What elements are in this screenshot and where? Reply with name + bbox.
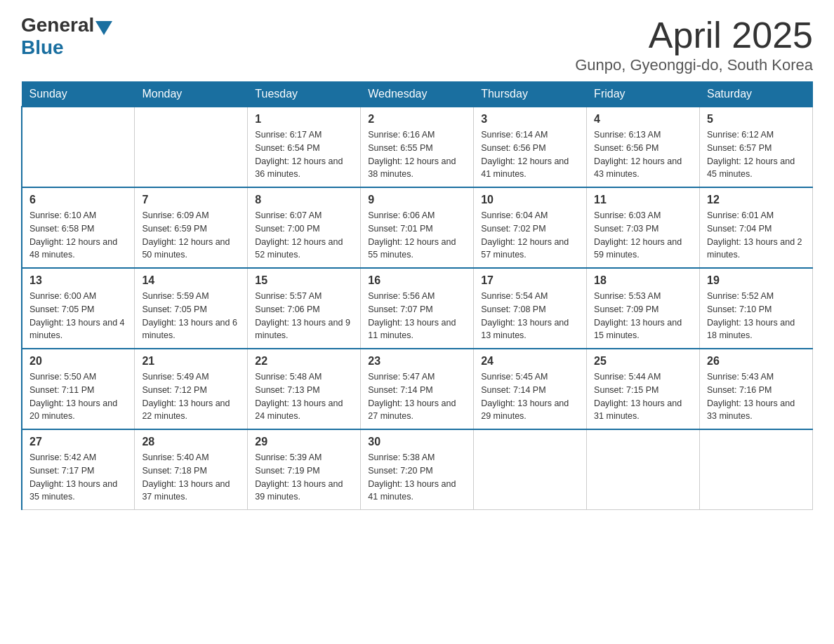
day-number: 16 xyxy=(368,274,466,287)
day-info: Sunrise: 6:10 AMSunset: 6:58 PMDaylight:… xyxy=(29,209,127,262)
day-info: Sunrise: 5:50 AMSunset: 7:11 PMDaylight:… xyxy=(29,370,127,423)
calendar-cell: 17Sunrise: 5:54 AMSunset: 7:08 PMDayligh… xyxy=(474,268,587,349)
day-number: 20 xyxy=(29,355,127,368)
day-info: Sunrise: 6:12 AMSunset: 6:57 PMDaylight:… xyxy=(707,128,805,181)
logo: General Blue xyxy=(21,14,114,59)
day-info: Sunrise: 5:47 AMSunset: 7:14 PMDaylight:… xyxy=(368,370,466,423)
calendar-cell: 16Sunrise: 5:56 AMSunset: 7:07 PMDayligh… xyxy=(361,268,474,349)
calendar-cell: 9Sunrise: 6:06 AMSunset: 7:01 PMDaylight… xyxy=(361,187,474,268)
logo-general-text: General xyxy=(21,14,94,36)
day-header-thursday: Thursday xyxy=(474,82,587,107)
day-number: 6 xyxy=(29,194,127,206)
calendar-cell: 3Sunrise: 6:14 AMSunset: 6:56 PMDaylight… xyxy=(474,107,587,187)
calendar-cell: 21Sunrise: 5:49 AMSunset: 7:12 PMDayligh… xyxy=(135,349,248,429)
calendar-cell: 6Sunrise: 6:10 AMSunset: 6:58 PMDaylight… xyxy=(22,187,135,268)
calendar-cell: 12Sunrise: 6:01 AMSunset: 7:04 PMDayligh… xyxy=(700,187,813,268)
calendar-cell xyxy=(474,429,587,510)
day-number: 8 xyxy=(255,194,353,206)
day-number: 17 xyxy=(481,274,579,287)
day-info: Sunrise: 5:43 AMSunset: 7:16 PMDaylight:… xyxy=(707,370,805,423)
day-info: Sunrise: 5:57 AMSunset: 7:06 PMDaylight:… xyxy=(255,290,353,342)
day-number: 25 xyxy=(594,355,692,368)
day-number: 5 xyxy=(707,113,805,126)
day-info: Sunrise: 5:49 AMSunset: 7:12 PMDaylight:… xyxy=(142,370,240,423)
day-number: 4 xyxy=(594,113,692,126)
day-info: Sunrise: 6:00 AMSunset: 7:05 PMDaylight:… xyxy=(29,290,127,342)
calendar-cell: 11Sunrise: 6:03 AMSunset: 7:03 PMDayligh… xyxy=(587,187,700,268)
day-info: Sunrise: 6:13 AMSunset: 6:56 PMDaylight:… xyxy=(594,128,692,181)
day-info: Sunrise: 6:16 AMSunset: 6:55 PMDaylight:… xyxy=(368,128,466,181)
day-number: 13 xyxy=(29,274,127,287)
calendar-cell xyxy=(700,429,813,510)
calendar-cell: 19Sunrise: 5:52 AMSunset: 7:10 PMDayligh… xyxy=(700,268,813,349)
day-info: Sunrise: 5:52 AMSunset: 7:10 PMDaylight:… xyxy=(707,290,805,342)
day-info: Sunrise: 6:14 AMSunset: 6:56 PMDaylight:… xyxy=(481,128,579,181)
calendar-cell: 13Sunrise: 6:00 AMSunset: 7:05 PMDayligh… xyxy=(22,268,135,349)
calendar-cell: 14Sunrise: 5:59 AMSunset: 7:05 PMDayligh… xyxy=(135,268,248,349)
day-number: 21 xyxy=(142,355,240,368)
day-info: Sunrise: 5:42 AMSunset: 7:17 PMDaylight:… xyxy=(29,451,127,504)
day-number: 22 xyxy=(255,355,353,368)
day-header-saturday: Saturday xyxy=(700,82,813,107)
calendar-cell: 7Sunrise: 6:09 AMSunset: 6:59 PMDaylight… xyxy=(135,187,248,268)
page-header: General Blue April 2025 Gunpo, Gyeonggi-… xyxy=(21,14,813,74)
day-info: Sunrise: 6:04 AMSunset: 7:02 PMDaylight:… xyxy=(481,209,579,262)
calendar-cell: 2Sunrise: 6:16 AMSunset: 6:55 PMDaylight… xyxy=(361,107,474,187)
day-number: 1 xyxy=(255,113,353,126)
day-info: Sunrise: 6:17 AMSunset: 6:54 PMDaylight:… xyxy=(255,128,353,181)
day-number: 2 xyxy=(368,113,466,126)
logo-blue-text: Blue xyxy=(21,36,64,59)
day-info: Sunrise: 5:54 AMSunset: 7:08 PMDaylight:… xyxy=(481,290,579,342)
calendar-cell: 24Sunrise: 5:45 AMSunset: 7:14 PMDayligh… xyxy=(474,349,587,429)
calendar-cell xyxy=(587,429,700,510)
day-info: Sunrise: 6:06 AMSunset: 7:01 PMDaylight:… xyxy=(368,209,466,262)
day-number: 15 xyxy=(255,274,353,287)
calendar-cell: 4Sunrise: 6:13 AMSunset: 6:56 PMDaylight… xyxy=(587,107,700,187)
day-number: 11 xyxy=(594,194,692,206)
day-number: 10 xyxy=(481,194,579,206)
logo-triangle-icon xyxy=(95,21,112,35)
day-header-friday: Friday xyxy=(587,82,700,107)
day-number: 26 xyxy=(707,355,805,368)
day-number: 12 xyxy=(707,194,805,206)
calendar-table: SundayMondayTuesdayWednesdayThursdayFrid… xyxy=(21,81,813,510)
day-number: 28 xyxy=(142,436,240,448)
calendar-cell: 10Sunrise: 6:04 AMSunset: 7:02 PMDayligh… xyxy=(474,187,587,268)
title-section: April 2025 Gunpo, Gyeonggi-do, South Kor… xyxy=(575,14,813,74)
day-info: Sunrise: 5:38 AMSunset: 7:20 PMDaylight:… xyxy=(368,451,466,504)
day-info: Sunrise: 5:53 AMSunset: 7:09 PMDaylight:… xyxy=(594,290,692,342)
calendar-cell: 5Sunrise: 6:12 AMSunset: 6:57 PMDaylight… xyxy=(700,107,813,187)
calendar-cell: 26Sunrise: 5:43 AMSunset: 7:16 PMDayligh… xyxy=(700,349,813,429)
week-row-1: 1Sunrise: 6:17 AMSunset: 6:54 PMDaylight… xyxy=(22,107,813,187)
day-number: 18 xyxy=(594,274,692,287)
calendar-cell: 20Sunrise: 5:50 AMSunset: 7:11 PMDayligh… xyxy=(22,349,135,429)
calendar-cell: 1Sunrise: 6:17 AMSunset: 6:54 PMDaylight… xyxy=(248,107,361,187)
day-info: Sunrise: 6:09 AMSunset: 6:59 PMDaylight:… xyxy=(142,209,240,262)
day-info: Sunrise: 5:56 AMSunset: 7:07 PMDaylight:… xyxy=(368,290,466,342)
calendar-cell: 23Sunrise: 5:47 AMSunset: 7:14 PMDayligh… xyxy=(361,349,474,429)
calendar-cell: 29Sunrise: 5:39 AMSunset: 7:19 PMDayligh… xyxy=(248,429,361,510)
day-header-sunday: Sunday xyxy=(22,82,135,107)
day-header-monday: Monday xyxy=(135,82,248,107)
calendar-cell: 28Sunrise: 5:40 AMSunset: 7:18 PMDayligh… xyxy=(135,429,248,510)
month-title: April 2025 xyxy=(575,14,813,56)
day-number: 23 xyxy=(368,355,466,368)
calendar-cell: 30Sunrise: 5:38 AMSunset: 7:20 PMDayligh… xyxy=(361,429,474,510)
calendar-cell: 27Sunrise: 5:42 AMSunset: 7:17 PMDayligh… xyxy=(22,429,135,510)
day-info: Sunrise: 5:45 AMSunset: 7:14 PMDaylight:… xyxy=(481,370,579,423)
day-number: 24 xyxy=(481,355,579,368)
day-info: Sunrise: 5:48 AMSunset: 7:13 PMDaylight:… xyxy=(255,370,353,423)
calendar-cell: 22Sunrise: 5:48 AMSunset: 7:13 PMDayligh… xyxy=(248,349,361,429)
calendar-header-row: SundayMondayTuesdayWednesdayThursdayFrid… xyxy=(22,82,813,107)
week-row-5: 27Sunrise: 5:42 AMSunset: 7:17 PMDayligh… xyxy=(22,429,813,510)
calendar-cell xyxy=(22,107,135,187)
day-info: Sunrise: 5:39 AMSunset: 7:19 PMDaylight:… xyxy=(255,451,353,504)
day-info: Sunrise: 6:07 AMSunset: 7:00 PMDaylight:… xyxy=(255,209,353,262)
day-number: 7 xyxy=(142,194,240,206)
day-number: 29 xyxy=(255,436,353,448)
calendar-cell: 15Sunrise: 5:57 AMSunset: 7:06 PMDayligh… xyxy=(248,268,361,349)
calendar-cell: 8Sunrise: 6:07 AMSunset: 7:00 PMDaylight… xyxy=(248,187,361,268)
week-row-4: 20Sunrise: 5:50 AMSunset: 7:11 PMDayligh… xyxy=(22,349,813,429)
day-info: Sunrise: 5:40 AMSunset: 7:18 PMDaylight:… xyxy=(142,451,240,504)
calendar-cell xyxy=(135,107,248,187)
